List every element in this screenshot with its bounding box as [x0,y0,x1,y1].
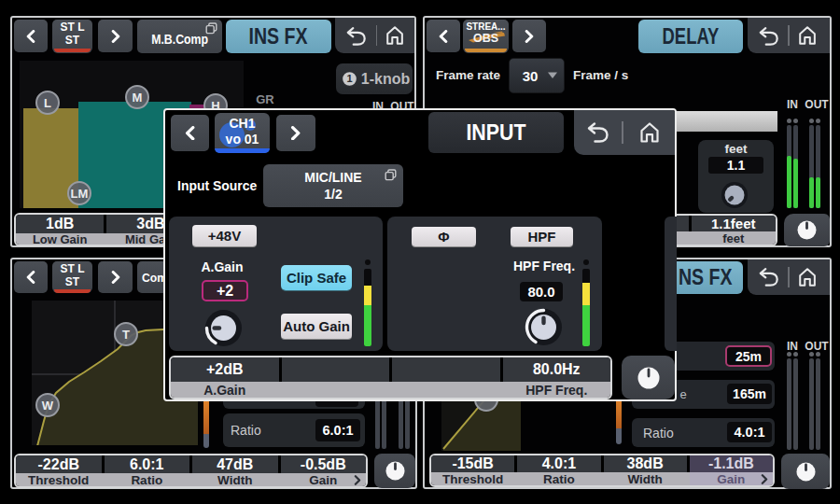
svg-text:1: 1 [346,73,352,84]
